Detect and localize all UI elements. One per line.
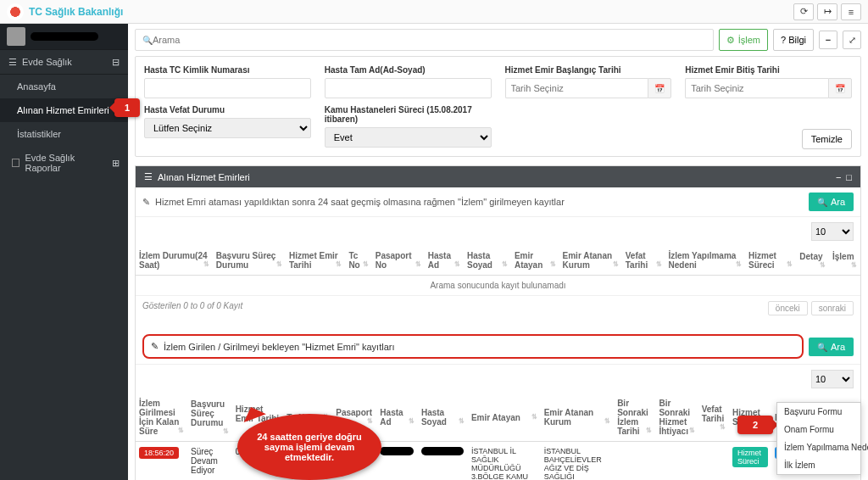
gear-icon — [726, 35, 735, 46]
input-baslangic[interactable] — [505, 78, 648, 98]
islem-label: İşlem — [738, 35, 760, 45]
search-icon — [817, 197, 827, 207]
page-size-2: 10 — [136, 365, 860, 393]
panel-min-icon[interactable]: − — [836, 172, 841, 182]
sidebar-item-anasayfa[interactable]: Anasayfa — [0, 75, 128, 98]
edit-icon — [151, 341, 159, 352]
col-header[interactable]: İzlem Durumu(24 Saat)⇅ — [136, 246, 213, 276]
input-bitis[interactable] — [685, 78, 828, 98]
col-header[interactable]: Pasaport No⇅ — [372, 246, 425, 276]
topbar: TC Sağlık Bakanlığı — [0, 0, 868, 24]
col-header[interactable]: Emir Atayan⇅ — [511, 246, 559, 276]
col-header[interactable]: İzlem Girilmesi İçin Kalan Süre⇅ — [136, 393, 187, 442]
cell-kurum: İSTANBUL BAHÇELİEVLER AĞIZ VE DİŞ SAĞLIĞ… — [541, 442, 614, 481]
prev-button[interactable]: önceki — [768, 301, 808, 315]
footer-info-1: Gösterilen 0 to 0 of 0 Kayıt önceki sonr… — [136, 296, 860, 321]
label-tc: Hasta TC Kimlik Numarası — [144, 65, 311, 75]
box-icon — [12, 159, 19, 167]
label-bitis: Hizmet Emir Bitiş Tarihi — [685, 65, 852, 75]
sidebar-header-label: Evde Sağlık — [22, 57, 72, 67]
list-icon — [144, 171, 153, 182]
search-input[interactable] — [153, 35, 706, 45]
field-bitis: Hizmet Emir Bitiş Tarihi — [685, 65, 852, 98]
col-header[interactable]: Vefat Tarihi⇅ — [622, 246, 665, 276]
islemler-dropdown: Başvuru Formu Onam Formu İzlem Yapılmama… — [776, 402, 861, 475]
label-kamu: Kamu Hastaneleri Süreci (15.08.2017 itib… — [325, 105, 492, 124]
col-header[interactable]: Hasta Ad⇅ — [425, 246, 464, 276]
hamburger-button[interactable] — [841, 3, 861, 20]
annotation-marker-1: 1 — [114, 98, 140, 117]
search-icon — [142, 35, 153, 45]
col-header[interactable]: Detay⇅ — [796, 246, 829, 276]
field-ad: Hasta Tam Ad(Ad-Soyad) — [325, 65, 492, 98]
redacted — [421, 447, 464, 455]
col-header[interactable]: Emir Atayan⇅ — [468, 393, 541, 442]
select-kamu[interactable]: Evet — [325, 127, 492, 148]
sidebar-item-raporlar[interactable]: Evde Sağlık Raporlar ⊞ — [0, 146, 128, 180]
shown-text: Gösterilen 0 to 0 of 0 Kayıt — [142, 301, 242, 315]
label-vefat: Hasta Vefat Durumu — [144, 105, 311, 114]
col-header[interactable]: Hasta Soyad⇅ — [418, 393, 468, 442]
label-baslangic: Hizmet Emir Başlangıç Tarihi — [505, 65, 672, 75]
cell-durum: Süreç Devam Ediyor — [187, 442, 232, 481]
time-badge: 18:56:20 — [139, 447, 179, 459]
page-size-select-1[interactable]: 10 — [811, 222, 854, 241]
sidebar: Evde Sağlık Anasayfa Alınan Hizmet Emirl… — [0, 24, 128, 480]
sidebar-item-istatistikler[interactable]: İstatistikler — [0, 122, 128, 146]
field-kamu: Kamu Hastaneleri Süreci (15.08.2017 itib… — [325, 105, 492, 148]
panel-header: Alınan Hizmet Emirleri − □ — [136, 166, 860, 187]
col-header[interactable]: Hizmet Emir Tarihi⇅ — [286, 246, 345, 276]
col-header[interactable]: Başvuru Süreç Durumu⇅ — [213, 246, 286, 276]
list-icon — [8, 57, 17, 67]
col-header[interactable]: İşlem⇅ — [829, 246, 860, 276]
label-ad: Hasta Tam Ad(Ad-Soyad) — [325, 65, 492, 75]
redacted — [380, 447, 414, 455]
next-button[interactable]: sonraki — [811, 301, 854, 315]
sidebar-section-header[interactable]: Evde Sağlık — [0, 49, 128, 75]
refresh-button[interactable] — [793, 3, 814, 20]
field-tc: Hasta TC Kimlik Numarası — [144, 65, 311, 98]
input-tc[interactable] — [144, 78, 311, 98]
calendar-icon[interactable] — [648, 78, 671, 98]
panel-max-icon[interactable]: □ — [846, 172, 852, 182]
logout-button[interactable] — [817, 3, 837, 20]
sub-head-2: İzlem Girilen / Girilmeyi bekleyen "Hizm… — [136, 329, 860, 365]
user-row[interactable] — [0, 24, 128, 49]
bilgi-button[interactable]: ? Bilgi — [773, 29, 814, 51]
col-header[interactable]: Hizmet Süreci⇅ — [745, 246, 796, 276]
collapse-icon[interactable] — [112, 57, 120, 68]
edit-icon — [142, 197, 150, 208]
dropdown-izlem-neden[interactable]: İzlem Yapılmama Nedeni — [777, 438, 860, 456]
page-size-1: 10 — [136, 217, 860, 246]
col-header[interactable]: Vefat Tarihi⇅ — [698, 393, 729, 442]
hizmet-sureci-button[interactable]: Hizmet Süreci — [732, 447, 768, 467]
dropdown-ilk-izlem[interactable]: İlk İzlem — [777, 456, 860, 474]
islem-button[interactable]: İşlem — [719, 29, 768, 51]
col-header[interactable]: Tc No⇅ — [345, 246, 371, 276]
col-header[interactable]: Hasta Soyad⇅ — [464, 246, 511, 276]
dropdown-onam[interactable]: Onam Formu — [777, 421, 860, 438]
col-header[interactable]: Bir Sonraki İzlem Tarihi⇅ — [614, 393, 655, 442]
ara-button-2[interactable]: Ara — [809, 338, 854, 356]
minimize-button[interactable] — [819, 31, 837, 49]
temizle-button[interactable]: Temizle — [802, 129, 852, 149]
logo-area: TC Sağlık Bakanlığı — [7, 3, 123, 20]
select-vefat[interactable]: Lütfen Seçiniz — [144, 118, 311, 138]
page-size-select-2[interactable]: 10 — [811, 370, 854, 388]
col-header[interactable]: Emir Atanan Kurum⇅ — [559, 246, 622, 276]
dropdown-basvuru[interactable]: Başvuru Formu — [777, 403, 860, 421]
calendar-icon[interactable] — [828, 78, 852, 98]
global-search[interactable] — [135, 29, 714, 51]
sub-head-1: Hizmet Emri ataması yapıldıktan sonra 24… — [136, 187, 860, 217]
brand-text: TC Sağlık Bakanlığı — [29, 6, 123, 18]
col-header[interactable]: İzlem Yapılmama Nedeni⇅ — [665, 246, 746, 276]
annotation-callout: 24 saatten geriye doğru sayma işlemi dev… — [237, 414, 381, 480]
cell-atayan: İSTANBUL İL SAĞLIK MÜDÜRLÜĞÜ 3.BÖLGE KAM… — [468, 442, 541, 481]
input-ad[interactable] — [325, 78, 492, 98]
expand-button[interactable] — [843, 31, 861, 49]
col-header[interactable]: Bir Sonraki Hizmet İhtiyacı⇅ — [655, 393, 698, 442]
ara-button-1[interactable]: Ara — [809, 193, 854, 211]
col-header[interactable]: Hasta Ad⇅ — [376, 393, 418, 442]
col-header[interactable]: Başvuru Süreç Durumu⇅ — [187, 393, 232, 442]
col-header[interactable]: Emir Atanan Kurum⇅ — [541, 393, 614, 442]
